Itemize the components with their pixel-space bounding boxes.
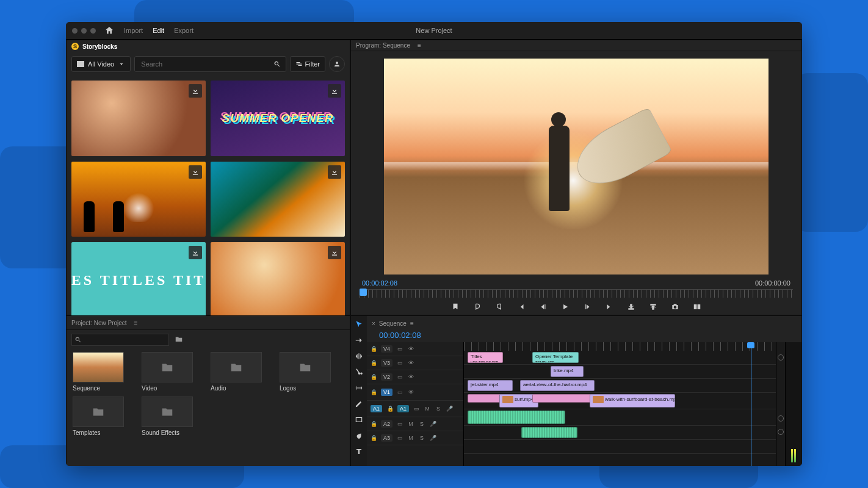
clip-opener-template[interactable]: Opener TemplateTEMPLATE xyxy=(532,352,579,363)
toggle-output-icon[interactable]: ▭ xyxy=(396,434,403,442)
mic-icon[interactable]: 🎤 xyxy=(429,420,436,428)
lock-icon[interactable]: 🔒 xyxy=(371,435,377,442)
stock-clip-aerial-coast[interactable] xyxy=(211,162,345,237)
download-button[interactable] xyxy=(328,246,341,259)
panel-menu-icon[interactable]: ≡ xyxy=(418,42,421,49)
rectangle-tool[interactable] xyxy=(354,415,364,425)
track-select-tool[interactable] xyxy=(354,336,364,345)
category-dropdown[interactable]: All Video xyxy=(71,56,131,72)
pen-tool[interactable] xyxy=(354,399,364,409)
bin-templates[interactable]: Templates xyxy=(73,396,137,436)
toggle-output-icon[interactable]: ▭ xyxy=(396,420,403,428)
bin-video[interactable]: Video xyxy=(142,352,206,392)
timeline-track-area[interactable]: TitlesLES TITLES TITL Opener TemplateTEM… xyxy=(464,342,776,466)
bin-sound-effects[interactable]: Sound Effects xyxy=(142,396,206,436)
track-header-v4[interactable]: 🔒V4▭👁 xyxy=(367,342,463,356)
stock-clip-friends[interactable] xyxy=(71,81,206,156)
clip-audio-a1[interactable] xyxy=(468,411,565,424)
home-button[interactable] xyxy=(104,26,114,35)
bin-sequence[interactable]: Sequence xyxy=(73,352,137,392)
stock-clip-sunset-walk[interactable] xyxy=(71,162,206,237)
mark-in-button[interactable] xyxy=(472,301,483,312)
clip-walk-surfboard[interactable]: walk-with-surfboard-at-beach.mp4 xyxy=(590,394,675,407)
toggle-output-icon[interactable]: ▭ xyxy=(396,389,403,396)
track-header-a3[interactable]: 🔒A3▭MS🎤 xyxy=(367,431,463,445)
stock-clip-titles-template[interactable]: LES TITLES TITL xyxy=(71,242,206,318)
download-button[interactable] xyxy=(189,84,202,98)
timeline-ruler[interactable] xyxy=(464,342,776,351)
clip-aerial-harbor[interactable]: aerial-view-of-the-harbor.mp4 xyxy=(520,380,595,391)
razor-tool[interactable] xyxy=(354,367,364,377)
toggle-output-icon[interactable]: ▭ xyxy=(413,405,420,412)
project-search[interactable] xyxy=(71,334,169,346)
clip-titles[interactable]: TitlesLES TITLES TITL xyxy=(468,352,503,363)
mute-button[interactable]: M xyxy=(424,405,431,412)
track-header-a1[interactable]: A1🔒A1▭MS🎤 xyxy=(367,401,463,417)
clip-audio-a2[interactable] xyxy=(521,427,577,438)
program-ruler[interactable] xyxy=(360,289,793,298)
mute-button[interactable]: M xyxy=(407,434,414,442)
solo-button[interactable]: S xyxy=(418,434,425,442)
timeline-playhead[interactable] xyxy=(751,342,751,466)
new-bin-button[interactable] xyxy=(174,335,184,345)
play-button[interactable] xyxy=(560,301,571,312)
mute-button[interactable]: M xyxy=(407,420,414,428)
go-to-in-button[interactable] xyxy=(516,301,527,312)
lock-icon[interactable]: 🔒 xyxy=(371,360,377,367)
mic-icon[interactable]: 🎤 xyxy=(446,405,453,412)
lock-icon[interactable]: 🔒 xyxy=(371,421,377,428)
export-frame-button[interactable] xyxy=(670,301,681,312)
marker-icon[interactable] xyxy=(778,354,784,361)
program-playhead-icon[interactable] xyxy=(360,289,367,296)
go-to-out-button[interactable] xyxy=(604,301,615,312)
track-header-v1[interactable]: 🔒V1▭👁 xyxy=(367,384,463,401)
eye-icon[interactable]: 👁 xyxy=(407,373,414,381)
timeline-timecode[interactable]: 00:00:02:08 xyxy=(367,331,801,342)
ripple-edit-tool[interactable] xyxy=(354,351,364,361)
download-button[interactable] xyxy=(189,246,202,259)
toggle-output-icon[interactable]: ▭ xyxy=(396,359,403,367)
user-account-button[interactable] xyxy=(329,56,345,72)
menu-edit[interactable]: Edit xyxy=(153,27,164,34)
clip-v1-b[interactable] xyxy=(532,394,596,403)
filter-button[interactable]: Filter xyxy=(290,56,325,72)
marker-icon[interactable] xyxy=(778,415,784,422)
lock-icon[interactable]: 🔒 xyxy=(371,374,377,381)
toggle-output-icon[interactable]: ▭ xyxy=(396,345,403,353)
step-forward-button[interactable] xyxy=(582,301,593,312)
download-button[interactable] xyxy=(189,165,202,179)
comparison-view-button[interactable] xyxy=(692,301,703,312)
search-field[interactable] xyxy=(134,56,286,72)
track-header-a2[interactable]: 🔒A2▭MS🎤 xyxy=(367,417,463,431)
lift-button[interactable] xyxy=(626,301,637,312)
stock-clip-summer-opener[interactable]: SUMMER OPENER xyxy=(211,81,345,156)
bin-audio[interactable]: Audio xyxy=(211,352,275,392)
lock-icon[interactable]: 🔒 xyxy=(371,389,377,396)
panel-menu-icon[interactable]: ≡ xyxy=(410,320,414,327)
lock-icon[interactable]: 🔒 xyxy=(387,406,394,412)
solo-button[interactable]: S xyxy=(418,420,425,428)
download-button[interactable] xyxy=(328,84,341,98)
add-marker-button[interactable] xyxy=(450,301,461,312)
stock-clip-woman-sunglasses[interactable] xyxy=(211,242,345,318)
hand-tool[interactable] xyxy=(354,431,364,440)
step-back-button[interactable] xyxy=(538,301,549,312)
eye-icon[interactable]: 👁 xyxy=(407,389,414,396)
marker-icon[interactable] xyxy=(778,429,784,435)
clip-jet-skier[interactable]: jet-skier.mp4 xyxy=(468,380,513,391)
selection-tool[interactable] xyxy=(354,320,364,329)
close-tab-icon[interactable]: × xyxy=(372,320,375,327)
menu-import[interactable]: Import xyxy=(124,27,143,34)
track-header-v2[interactable]: 🔒V2▭👁 xyxy=(367,370,463,384)
bin-logos[interactable]: Logos xyxy=(280,352,344,392)
menu-export[interactable]: Export xyxy=(174,27,193,34)
extract-button[interactable] xyxy=(648,301,659,312)
mark-out-button[interactable] xyxy=(494,301,505,312)
eye-icon[interactable]: 👁 xyxy=(407,345,414,353)
panel-menu-icon[interactable]: ≡ xyxy=(134,320,138,326)
mic-icon[interactable]: 🎤 xyxy=(429,434,436,442)
slip-tool[interactable] xyxy=(354,383,364,393)
solo-button[interactable]: S xyxy=(435,405,442,412)
lock-icon[interactable]: 🔒 xyxy=(371,346,377,353)
window-controls[interactable] xyxy=(72,28,96,34)
